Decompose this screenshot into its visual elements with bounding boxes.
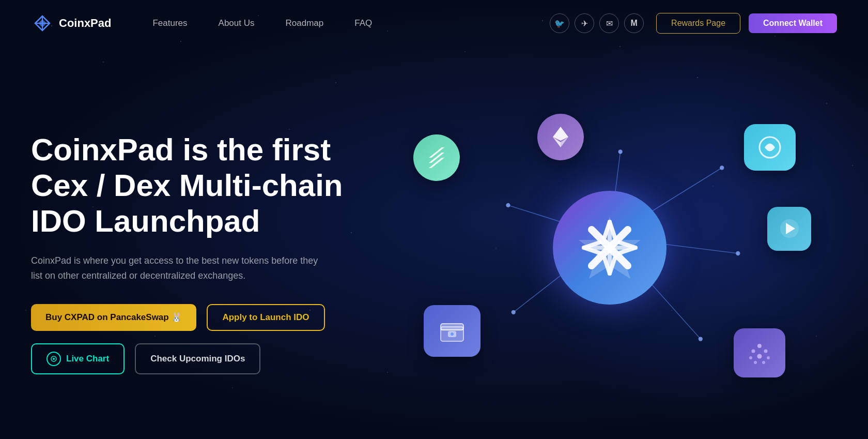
sol-coin	[413, 134, 460, 181]
twitter-icon[interactable]: 🐦	[550, 13, 569, 33]
hero-title: CoinxPad is the first Cex / Dex Multi-ch…	[31, 132, 382, 239]
tr-coin	[744, 124, 796, 171]
upcoming-idos-button[interactable]: Check Upcoming IDOs	[135, 343, 260, 374]
logo-icon	[31, 12, 54, 35]
hero-visual	[382, 98, 837, 408]
nav-links: Features About Us Roadmap FAQ	[152, 18, 550, 28]
launch-ido-button[interactable]: Apply to Launch IDO	[207, 304, 324, 331]
central-coin-circle	[553, 191, 667, 305]
svg-point-30	[757, 354, 762, 359]
social-icons: 🐦 ✈ ✉ M	[550, 13, 644, 33]
svg-point-28	[764, 350, 767, 353]
hero-cta-row2: Live Chart Check Upcoming IDOs	[31, 343, 382, 374]
central-star	[574, 211, 646, 284]
central-coin	[553, 191, 667, 305]
live-chart-button[interactable]: Live Chart	[31, 343, 125, 374]
svg-point-27	[751, 350, 755, 353]
pancakeswap-button[interactable]: Buy CXPAD on PancakeSwap 🐰	[31, 304, 196, 331]
svg-point-7	[720, 165, 724, 170]
email-icon[interactable]: ✉	[599, 13, 619, 33]
telegram-icon[interactable]: ✈	[575, 13, 594, 33]
cardano-coin	[734, 328, 785, 377]
chest-coin	[424, 305, 481, 357]
logo[interactable]: CoinxPad	[31, 12, 111, 35]
svg-point-31	[767, 356, 770, 359]
medium-icon[interactable]: M	[624, 13, 644, 33]
nav-actions: 🐦 ✈ ✉ M Rewards Page Connect Wallet	[550, 13, 837, 34]
svg-point-13	[512, 310, 516, 314]
rm-coin	[767, 207, 811, 251]
rewards-button[interactable]: Rewards Page	[656, 13, 740, 34]
svg-point-32	[754, 361, 757, 364]
hero-content: CoinxPad is the first Cex / Dex Multi-ch…	[31, 132, 382, 374]
nav-features[interactable]: Features	[152, 18, 187, 28]
svg-point-26	[757, 344, 762, 348]
nav-roadmap[interactable]: Roadmap	[286, 18, 324, 28]
svg-rect-22	[441, 324, 463, 330]
svg-point-15	[699, 337, 703, 341]
hero-description: CoinxPad is where you get access to the …	[31, 253, 331, 283]
live-chart-label: Live Chart	[66, 354, 109, 364]
nav-faq[interactable]: FAQ	[354, 18, 372, 28]
svg-point-9	[506, 203, 510, 207]
svg-point-3	[53, 358, 55, 360]
svg-point-24	[451, 332, 454, 336]
hero-section: CoinxPad is the first Cex / Dex Multi-ch…	[0, 47, 868, 439]
nav-about[interactable]: About Us	[219, 18, 255, 28]
svg-marker-16	[553, 127, 568, 141]
svg-point-29	[749, 356, 752, 359]
svg-point-5	[618, 149, 623, 154]
svg-point-11	[736, 251, 740, 255]
eth-coin	[537, 114, 584, 160]
connect-wallet-button[interactable]: Connect Wallet	[749, 13, 837, 33]
hero-cta-row1: Buy CXPAD on PancakeSwap 🐰 Apply to Laun…	[31, 304, 382, 331]
svg-point-33	[762, 361, 765, 364]
navbar: CoinxPad Features About Us Roadmap FAQ 🐦…	[0, 0, 868, 47]
logo-text: CoinxPad	[59, 17, 111, 30]
chart-icon	[47, 352, 61, 366]
